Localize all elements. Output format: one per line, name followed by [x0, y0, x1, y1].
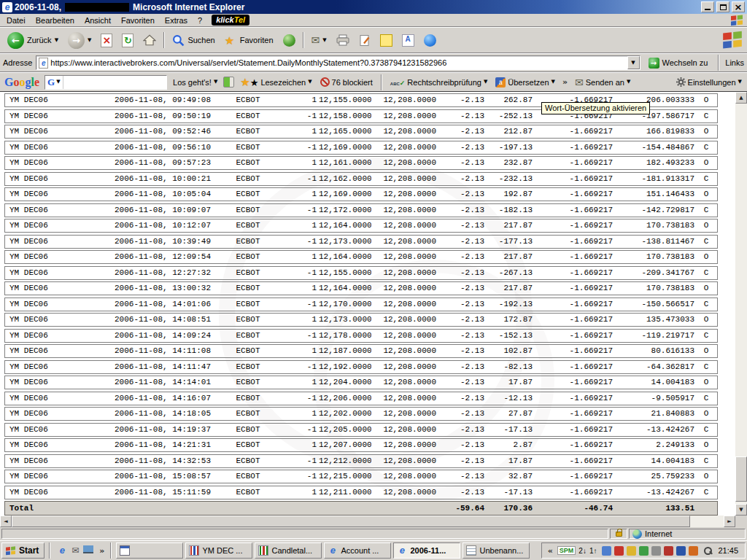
trade-fee: -2.13	[438, 298, 487, 311]
tray-icon[interactable]	[664, 546, 673, 556]
task-button[interactable]: Candletal...	[255, 542, 322, 559]
horizontal-scroll-track[interactable]	[12, 516, 724, 527]
notes-button[interactable]	[376, 28, 397, 52]
trade-datetime: 2006-11-08, 14:01:06	[115, 298, 225, 311]
task-button[interactable]: 2006-11...	[393, 542, 460, 559]
mail-dropdown-icon[interactable]: ▼	[322, 38, 326, 43]
scroll-left-button[interactable]: ◄	[0, 516, 12, 527]
menu-item[interactable]: Datei	[1, 15, 31, 26]
trade-pnl: -192.13	[487, 298, 535, 311]
menu-item[interactable]: Extras	[160, 15, 193, 26]
back-button[interactable]: Zurück ▼	[3, 28, 63, 52]
trade-row: YM DEC06 2006-11-08, 09:52:46 ECBOT 1 12…	[4, 125, 718, 139]
search-label: Suchen	[187, 36, 214, 44]
trade-symbol: YM DEC06	[5, 157, 115, 169]
trade-fee: -2.13	[438, 314, 487, 326]
snippet-button[interactable]	[398, 28, 419, 52]
history-button[interactable]	[279, 28, 300, 52]
quick-launch-icon[interactable]	[83, 545, 93, 556]
address-dropdown-button[interactable]: ▼	[627, 56, 640, 69]
refresh-button[interactable]	[117, 28, 138, 52]
google-search-input[interactable]	[63, 77, 166, 88]
links-label[interactable]: Links	[725, 58, 744, 67]
window-titlebar[interactable]: 2006-11-08, Microsoft Internet Explorer	[0, 0, 747, 14]
mail-button[interactable]: ▼	[307, 28, 331, 52]
magnifier-tray-icon[interactable]	[703, 546, 713, 556]
trade-symbol: YM DEC06	[5, 392, 115, 405]
trade-pnl-base: 151.146433	[615, 188, 697, 201]
minimize-button[interactable]	[701, 1, 714, 12]
trade-symbol: YM DEC06	[5, 314, 115, 326]
trade-exchange: ECBOT	[225, 330, 271, 342]
trade-pnl: -152.13	[487, 330, 535, 342]
scroll-right-button[interactable]: ►	[724, 516, 735, 527]
horizontal-scrollbar[interactable]: ◄ ►	[0, 516, 735, 527]
quick-launch-icon[interactable]	[70, 545, 80, 556]
scroll-down-button[interactable]: ▼	[735, 504, 747, 516]
trade-pnl-base: -13.424267	[615, 424, 697, 436]
vertical-scroll-thumb[interactable]	[735, 456, 747, 502]
vertical-scrollbar[interactable]: ▲ ▼	[735, 92, 747, 516]
address-field: ▼	[36, 55, 640, 70]
settings-button[interactable]: Einstellungen ▼	[674, 76, 744, 88]
trade-commission: -1.669217	[535, 330, 615, 342]
forward-button[interactable]: ▼	[63, 28, 96, 52]
google-go-dropdown-icon[interactable]: ▼	[214, 79, 217, 85]
forward-dropdown-icon[interactable]: ▼	[88, 38, 91, 43]
maximize-button[interactable]	[716, 1, 729, 12]
google-logo[interactable]: Google	[3, 76, 41, 89]
back-dropdown-icon[interactable]: ▼	[55, 38, 58, 43]
task-button[interactable]: YM DEC ...	[185, 542, 252, 559]
google-go-label: Los geht's!	[173, 78, 212, 87]
trade-exchange: ECBOT	[225, 219, 271, 232]
tray-icon[interactable]	[639, 546, 649, 556]
quick-launch-overflow-chevron[interactable]: »	[98, 546, 106, 556]
close-button[interactable]	[732, 1, 745, 12]
translate-button[interactable]: Übersetzen ▼	[493, 76, 557, 89]
menu-item[interactable]: Ansicht	[80, 15, 116, 26]
go-button[interactable]: Wechseln zu	[644, 51, 713, 74]
tray-icon[interactable]	[614, 546, 624, 556]
trade-symbol: YM DEC06	[5, 141, 115, 154]
home-button[interactable]	[139, 28, 160, 52]
search-button[interactable]: Suchen	[168, 28, 219, 52]
tray-icon[interactable]	[676, 546, 686, 556]
stop-button[interactable]	[96, 28, 117, 52]
trade-quantity: -1	[271, 424, 319, 436]
google-search-options-button[interactable]: G▼	[45, 76, 63, 89]
google-go-button[interactable]: Los geht's! ▼	[171, 77, 220, 88]
address-separator	[718, 55, 719, 71]
browser-viewport: YM DEC06 2006-11-08, 09:49:08 ECBOT 1 12…	[0, 92, 747, 527]
edit-button[interactable]	[355, 28, 375, 52]
vertical-scroll-track[interactable]	[735, 104, 747, 504]
popup-blocker-button[interactable]: 76 blockiert	[318, 76, 375, 88]
menu-item[interactable]: Favoriten	[116, 15, 160, 26]
scroll-up-button[interactable]: ▲	[735, 92, 747, 104]
messenger-button[interactable]	[419, 28, 441, 52]
address-input[interactable]	[50, 57, 624, 69]
trade-fee: -2.13	[438, 361, 487, 373]
start-button[interactable]: Start	[1, 542, 44, 559]
translation-tooltip: Wort-Übersetzung aktivieren	[541, 102, 650, 114]
google-bookmarks-button[interactable]: ★ Lesezeichen ▼	[238, 74, 314, 90]
favorites-button[interactable]: Favoriten	[220, 28, 278, 52]
pagerank-icon[interactable]	[223, 77, 234, 88]
task-button[interactable]: Account ...	[324, 542, 391, 559]
task-button[interactable]	[116, 542, 183, 559]
print-button[interactable]	[332, 28, 354, 52]
horizontal-scroll-thumb[interactable]	[12, 516, 690, 527]
task-button[interactable]: Unbenann...	[462, 542, 530, 559]
send-to-button[interactable]: Senden an ▼	[573, 75, 632, 90]
tray-icon[interactable]	[627, 546, 636, 556]
menu-item[interactable]: Bearbeiten	[31, 15, 80, 26]
trade-pnl: -17.13	[487, 424, 535, 436]
menu-item[interactable]: ?	[193, 15, 207, 26]
tray-collapse-chevron[interactable]: «	[546, 546, 554, 556]
tray-badge[interactable]: SPM	[557, 546, 576, 555]
toolbar-overflow-chevron[interactable]: »	[561, 77, 569, 87]
quick-launch-icon[interactable]	[57, 545, 67, 556]
tray-icon[interactable]	[602, 546, 611, 556]
spellcheck-button[interactable]: Rechtschreibprüfung ▼	[388, 77, 489, 88]
tray-icon[interactable]	[689, 546, 698, 556]
tray-icon[interactable]	[651, 546, 661, 556]
